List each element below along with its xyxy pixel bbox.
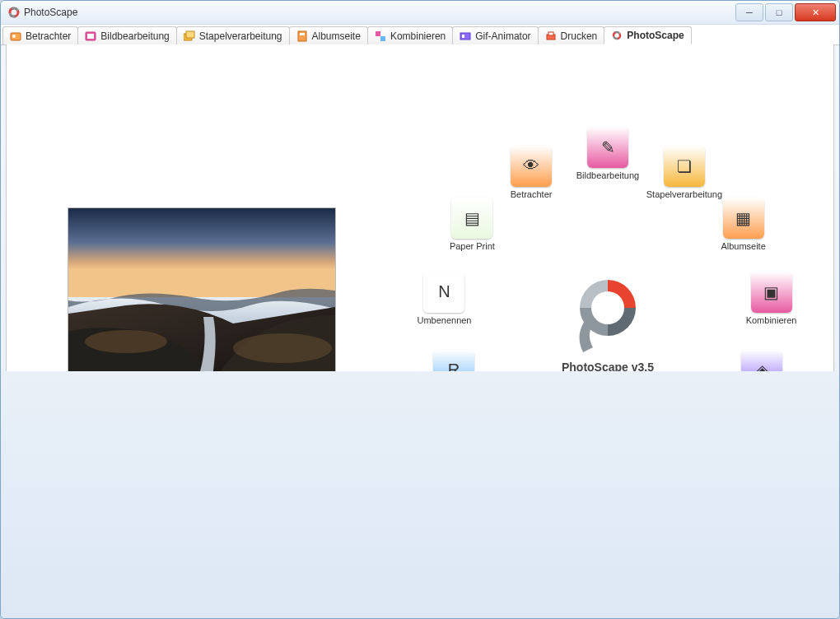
svg-rect-5 [87, 34, 94, 39]
tab-albumseite[interactable]: Albumseite [289, 26, 368, 44]
app-window: PhotoScape ─ □ ✕ Betrachter Bildbearbeit… [0, 0, 840, 619]
center-block: PhotoScape v3.5 http://www.photoscape.or… [542, 267, 674, 383]
tab-gif-animator[interactable]: Gif-Animator [452, 26, 538, 44]
window-title: PhotoScape [21, 7, 734, 18]
stapelverarbeitung-icon: ❏ [664, 146, 705, 187]
tab-label: Albumseite [312, 30, 361, 42]
photoscape-logo-icon [562, 267, 653, 357]
svg-rect-12 [460, 33, 470, 40]
svg-rect-10 [376, 31, 380, 36]
window-buttons: ─ □ ✕ [734, 3, 836, 21]
tab-drucken[interactable]: Drucken [538, 26, 605, 44]
tab-label: Kombinieren [390, 30, 446, 42]
app-icon [7, 6, 21, 19]
umbenennen-icon: N [423, 272, 464, 313]
feature-label: Albumseite [694, 241, 793, 251]
svg-point-3 [12, 35, 16, 38]
tab-betrachter[interactable]: Betrachter [2, 26, 78, 44]
tab-photoscape[interactable]: PhotoScape [604, 26, 691, 44]
svg-rect-2 [11, 33, 21, 40]
minimize-button[interactable]: ─ [735, 3, 763, 21]
preview-image [68, 207, 336, 387]
albumseite-icon: ▦ [723, 198, 764, 239]
tab-label: Gif-Animator [475, 30, 530, 42]
maximize-button[interactable]: □ [765, 3, 793, 21]
photoscape-tab-icon [611, 30, 623, 41]
print-tab-icon [545, 30, 557, 42]
svg-point-21 [233, 333, 332, 363]
bildbearbeitung-icon: ✎ [587, 127, 628, 168]
tab-label: Stapelverarbeitung [199, 30, 282, 42]
viewer-tab-icon [10, 30, 21, 42]
svg-rect-8 [298, 31, 306, 41]
feature-umbenennen[interactable]: NUmbenennen [394, 272, 493, 325]
kombinieren-icon: ▣ [751, 272, 792, 313]
svg-rect-9 [300, 33, 305, 35]
gif-tab-icon [460, 30, 471, 42]
feature-albumseite[interactable]: ▦Albumseite [694, 198, 793, 251]
svg-rect-13 [462, 35, 464, 38]
feature-kombinieren[interactable]: ▣Kombinieren [722, 272, 821, 325]
tab-label: Betrachter [26, 30, 71, 42]
tab-label: Bildbearbeitung [100, 30, 169, 42]
feature-label: Kombinieren [722, 315, 821, 325]
svg-rect-15 [548, 32, 553, 35]
batch-tab-icon [184, 30, 195, 42]
betrachter-icon: 👁 [511, 146, 552, 187]
tab-bildbearbeitung[interactable]: Bildbearbeitung [77, 26, 176, 44]
page-tab-icon [296, 30, 308, 42]
svg-rect-7 [186, 31, 194, 38]
titlebar: PhotoScape ─ □ ✕ [1, 1, 839, 25]
feature-label: Betrachter [482, 189, 581, 199]
feature-paper-print[interactable]: ▤Paper Print [422, 198, 521, 251]
svg-rect-11 [380, 36, 385, 41]
tab-stapelverarbeitung[interactable]: Stapelverarbeitung [176, 26, 290, 44]
feature-label: Umbenennen [394, 315, 493, 325]
feature-betrachter[interactable]: 👁Betrachter [482, 146, 581, 199]
feature-stapelverarbeitung[interactable]: ❏Stapelverarbeitung [635, 146, 734, 199]
tab-kombinieren[interactable]: Kombinieren [367, 26, 453, 44]
feature-label: Paper Print [422, 241, 521, 251]
tab-bar: Betrachter Bildbearbeitung Stapelverarbe… [1, 25, 839, 45]
desktop-background [1, 371, 839, 618]
combine-tab-icon [375, 30, 386, 42]
tab-label: PhotoScape [627, 30, 684, 41]
close-button[interactable]: ✕ [795, 3, 836, 21]
svg-point-20 [85, 330, 167, 353]
editor-tab-icon [85, 30, 96, 42]
paper-print-icon: ▤ [451, 198, 492, 239]
tab-label: Drucken [561, 30, 598, 42]
